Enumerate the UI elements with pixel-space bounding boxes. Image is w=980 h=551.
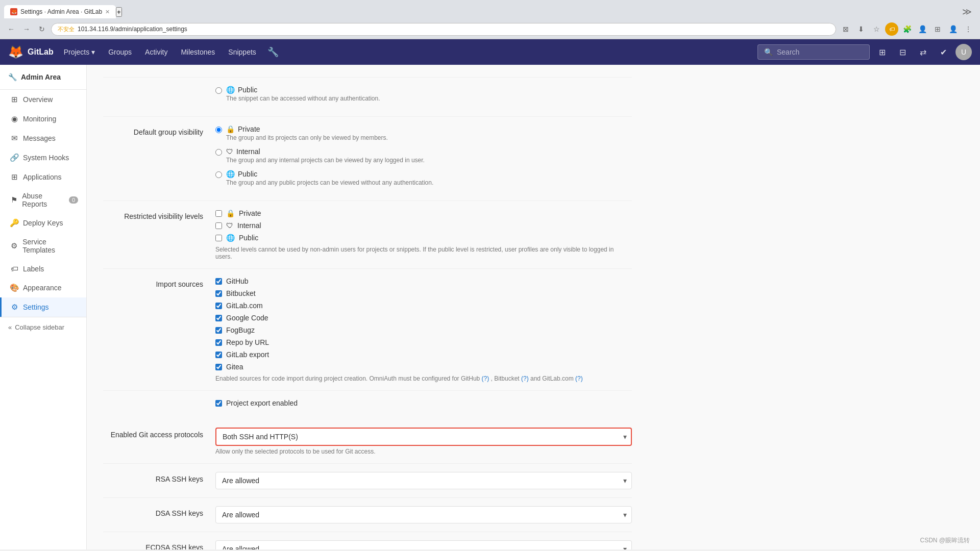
group-internal-label-group: 🛡 Internal xyxy=(226,147,425,156)
is-gitlabcom-label: GitLab.com xyxy=(226,302,263,310)
rv-private-icon: 🔒 xyxy=(226,209,235,217)
project-export-checkbox[interactable] xyxy=(215,400,222,407)
group-private-label-group: 🔒 Private xyxy=(226,125,388,133)
is-bitbucket-option: Bitbucket xyxy=(215,289,632,297)
gitlab-logo[interactable]: 🦊 GitLab xyxy=(8,45,54,59)
ecdsa-ssh-keys-row: ECDSA SSH keys Are allowed Are forbidden… xyxy=(103,532,632,549)
group-public-radio[interactable] xyxy=(215,171,222,178)
sidebar-item-service-templates[interactable]: ⚙ Service Templates xyxy=(0,233,86,259)
nav-wrench-icon[interactable]: 🔧 xyxy=(263,42,283,62)
rv-public-label: Public xyxy=(239,234,258,242)
nav-snippets[interactable]: Snippets xyxy=(222,44,262,60)
group-private-option: 🔒 Private The group and its projects can… xyxy=(215,125,632,141)
extension-1[interactable]: 🏷 xyxy=(885,22,898,36)
is-repourl-checkbox[interactable] xyxy=(215,339,222,346)
rsa-ssh-keys-label: RSA SSH keys xyxy=(103,472,215,483)
group-private-radio[interactable] xyxy=(215,127,222,133)
nav-merge-button[interactable]: ⇄ xyxy=(915,44,931,60)
sidebar-item-overview[interactable]: ⊞ Overview xyxy=(0,90,86,109)
sidebar-item-applications[interactable]: ⊞ Applications xyxy=(0,167,86,187)
is-gitea-checkbox[interactable] xyxy=(215,364,222,370)
git-protocols-select[interactable]: Both SSH and HTTP(S) Only SSH Only HTTP(… xyxy=(215,428,632,446)
ecdsa-ssh-keys-select[interactable]: Are allowed Are forbidden xyxy=(215,540,632,549)
extension-translate[interactable]: ⊠ xyxy=(839,22,852,36)
messages-icon: ✉ xyxy=(10,134,19,143)
tab-overflow-button[interactable]: ≫ xyxy=(958,4,976,19)
group-internal-desc: The group and any internal projects can … xyxy=(226,157,425,164)
rv-internal-option: 🛡 Internal xyxy=(215,221,632,230)
is-fogbugz-checkbox[interactable] xyxy=(215,327,222,334)
is-github-checkbox[interactable] xyxy=(215,278,222,285)
import-sources-row: Import sources GitHub Bitbucket GitLab.c… xyxy=(103,269,632,391)
nav-activity[interactable]: Activity xyxy=(139,44,174,60)
is-repourl-option: Repo by URL xyxy=(215,338,632,346)
sidebar-item-appearance[interactable]: 🎨 Appearance xyxy=(0,278,86,297)
profile-button[interactable]: 👤 xyxy=(946,22,960,36)
bookmark-button[interactable]: ☆ xyxy=(870,22,883,36)
content-inner: 🌐 Public The snippet can be accessed wit… xyxy=(87,65,648,549)
default-group-visibility-label: Default group visibility xyxy=(103,125,215,136)
nav-plus-button[interactable]: ⊞ xyxy=(874,44,890,60)
active-tab[interactable]: 🦊 Settings · Admin Area · GitLab ✕ xyxy=(4,5,116,18)
nav-avatar[interactable]: U xyxy=(955,44,972,60)
sidebar-item-system-hooks[interactable]: 🔗 System Hooks xyxy=(0,148,86,167)
is-gitlabexport-checkbox[interactable] xyxy=(215,352,222,358)
import-sources-field: GitHub Bitbucket GitLab.com Google Code xyxy=(215,277,632,382)
github-help-link[interactable]: (?) xyxy=(482,375,489,382)
extension-2[interactable]: 🧩 xyxy=(900,22,914,36)
sidebar-item-settings[interactable]: ⚙ Settings xyxy=(0,297,86,317)
forward-button[interactable]: → xyxy=(20,23,33,35)
nav-columns-button[interactable]: ⊟ xyxy=(894,44,911,60)
rv-private-checkbox[interactable] xyxy=(215,210,222,217)
rv-public-option: 🌐 Public xyxy=(215,234,632,242)
restricted-visibility-row: Restricted visibility levels 🔒 Private 🛡… xyxy=(103,201,632,269)
is-fogbugz-label: FogBugz xyxy=(226,326,255,334)
default-group-visibility-row: Default group visibility 🔒 Private The g… xyxy=(103,117,632,201)
nav-check-button[interactable]: ✔ xyxy=(935,44,951,60)
address-bar[interactable]: 不安全 101.34.116.9/admin/application_setti… xyxy=(51,23,836,36)
abuse-reports-badge: 0 xyxy=(69,196,78,204)
sidebar-header-icon: 🔧 xyxy=(8,73,17,81)
refresh-button[interactable]: ↻ xyxy=(36,23,48,35)
group-internal-radio[interactable] xyxy=(215,149,222,156)
nav-groups[interactable]: Groups xyxy=(102,44,138,60)
sidebar-item-abuse-reports[interactable]: ⚑ Abuse Reports 0 xyxy=(0,187,86,213)
rsa-ssh-keys-select-wrapper: Are allowed Are forbidden ▾ xyxy=(215,472,632,489)
tab-close-button[interactable]: ✕ xyxy=(105,9,110,15)
project-export-option: Project export enabled xyxy=(215,399,632,407)
rv-internal-label: Internal xyxy=(237,221,261,230)
search-box[interactable]: 🔍 Search xyxy=(757,44,870,60)
sidebar-item-label: Appearance xyxy=(23,284,62,292)
git-protocols-hint: Allow only the selected protocols to be … xyxy=(215,448,632,455)
sidebar-item-labels[interactable]: 🏷 Labels xyxy=(0,259,86,278)
nav-projects[interactable]: Projects ▾ xyxy=(58,44,101,60)
extension-3[interactable]: 👤 xyxy=(916,22,929,36)
is-gitlabcom-checkbox[interactable] xyxy=(215,303,222,309)
back-button[interactable]: ← xyxy=(5,23,17,35)
gitlabcom-help-link[interactable]: (?) xyxy=(575,375,583,382)
is-google-checkbox[interactable] xyxy=(215,315,222,321)
group-internal-name: Internal xyxy=(236,147,260,156)
snippet-public-radio[interactable] xyxy=(215,87,222,94)
is-bitbucket-checkbox[interactable] xyxy=(215,290,222,297)
sidebar-item-deploy-keys[interactable]: 🔑 Deploy Keys xyxy=(0,213,86,233)
collapse-sidebar-button[interactable]: « Collapse sidebar xyxy=(8,323,78,331)
sidebar-item-monitoring[interactable]: ◉ Monitoring xyxy=(0,109,86,129)
extension-4[interactable]: ⊞ xyxy=(931,22,944,36)
sidebar-item-messages[interactable]: ✉ Messages xyxy=(0,129,86,148)
bitbucket-help-link[interactable]: (?) xyxy=(521,375,529,382)
rsa-ssh-keys-select[interactable]: Are allowed Are forbidden xyxy=(215,472,632,489)
rv-public-checkbox[interactable] xyxy=(215,235,222,241)
import-sources-note: Enabled sources for code import during p… xyxy=(215,375,632,382)
nav-milestones[interactable]: Milestones xyxy=(175,44,221,60)
more-button[interactable]: ⋮ xyxy=(962,22,975,36)
deploy-keys-icon: 🔑 xyxy=(10,218,19,228)
dsa-ssh-keys-select[interactable]: Are allowed Are forbidden xyxy=(215,506,632,523)
extension-download[interactable]: ⬇ xyxy=(854,22,868,36)
snippet-field: 🌐 Public The snippet can be accessed wit… xyxy=(215,86,632,108)
new-tab-button[interactable]: + xyxy=(116,7,122,17)
group-public-option: 🌐 Public The group and any public projec… xyxy=(215,170,632,186)
app-layout: 🔧 Admin Area ⊞ Overview ◉ Monitoring ✉ M… xyxy=(0,65,980,549)
ecdsa-ssh-keys-select-wrapper: Are allowed Are forbidden ▾ xyxy=(215,540,632,549)
rv-internal-checkbox[interactable] xyxy=(215,222,222,229)
